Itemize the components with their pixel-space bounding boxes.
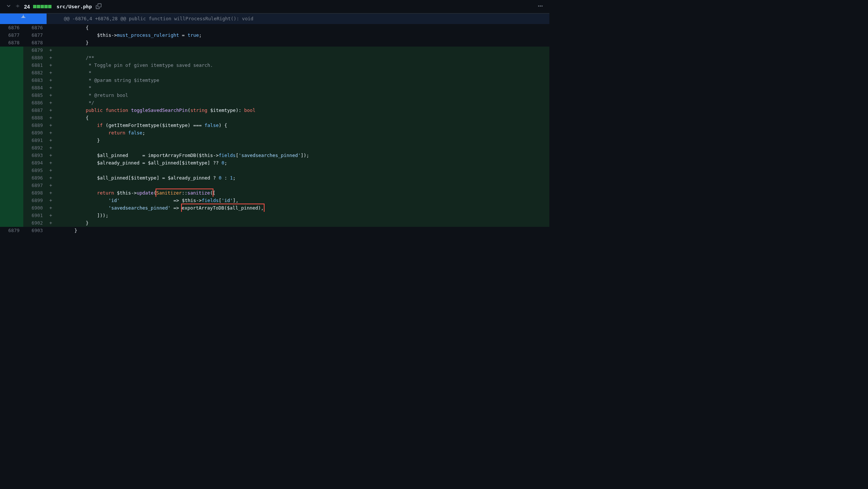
line-number-old[interactable] bbox=[0, 219, 23, 227]
diff-marker: + bbox=[47, 197, 55, 204]
expand-hunk-button[interactable] bbox=[0, 14, 47, 24]
diff-marker: + bbox=[47, 77, 55, 84]
code-line: 6902+ } bbox=[0, 219, 549, 227]
diff-marker: + bbox=[47, 144, 55, 152]
line-number-old[interactable] bbox=[0, 197, 23, 204]
line-number-old[interactable] bbox=[0, 204, 23, 212]
line-number-old[interactable] bbox=[0, 99, 23, 107]
code-line: 6888+ { bbox=[0, 114, 549, 122]
line-number-new[interactable]: 6879 bbox=[23, 47, 47, 54]
line-number-new[interactable]: 6888 bbox=[23, 114, 47, 122]
diff-marker: + bbox=[47, 62, 55, 69]
line-number-new[interactable]: 6882 bbox=[23, 69, 47, 77]
chevron-down-icon[interactable] bbox=[6, 3, 11, 10]
highlight-annotation: exportArrayToDB($all_pinned), bbox=[181, 204, 265, 213]
diff-marker: + bbox=[47, 122, 55, 129]
line-number-old[interactable]: 6876 bbox=[0, 24, 23, 32]
line-number-new[interactable]: 6895 bbox=[23, 167, 47, 174]
line-number-new[interactable]: 6893 bbox=[23, 152, 47, 159]
line-number-old[interactable] bbox=[0, 77, 23, 84]
code-line: 6898+ return $this->update(Sanitizer::sa… bbox=[0, 189, 549, 197]
line-number-old[interactable]: 6878 bbox=[0, 39, 23, 47]
line-number-old[interactable] bbox=[0, 69, 23, 77]
diff-marker: + bbox=[47, 107, 55, 114]
code-content: $all_pinned[$itemtype] = $already_pinned… bbox=[55, 174, 549, 182]
line-number-old[interactable] bbox=[0, 84, 23, 92]
line-number-new[interactable]: 6878 bbox=[23, 39, 47, 47]
line-number-old[interactable] bbox=[0, 174, 23, 182]
expand-all-icon[interactable] bbox=[15, 3, 20, 10]
diff-marker bbox=[47, 39, 55, 47]
line-number-old[interactable] bbox=[0, 137, 23, 144]
hunk-header-text: @@ -6876,4 +6876,28 @@ public function w… bbox=[55, 14, 549, 24]
code-content: } bbox=[55, 227, 549, 234]
line-number-old[interactable] bbox=[0, 129, 23, 137]
line-number-old[interactable] bbox=[0, 144, 23, 152]
line-number-new[interactable]: 6899 bbox=[23, 197, 47, 204]
code-line: 6893+ $all_pinned = importArrayFromDB($t… bbox=[0, 152, 549, 159]
line-number-new[interactable]: 6883 bbox=[23, 77, 47, 84]
diff-marker: + bbox=[47, 137, 55, 144]
line-number-old[interactable] bbox=[0, 212, 23, 219]
line-number-new[interactable]: 6877 bbox=[23, 32, 47, 39]
diff-marker bbox=[47, 24, 55, 32]
file-path[interactable]: src/User.php bbox=[57, 4, 92, 9]
line-number-new[interactable]: 6886 bbox=[23, 99, 47, 107]
line-number-new[interactable]: 6896 bbox=[23, 174, 47, 182]
code-content: ])); bbox=[55, 212, 549, 219]
kebab-menu-icon[interactable] bbox=[537, 3, 543, 10]
code-content bbox=[55, 144, 549, 152]
line-number-old[interactable] bbox=[0, 107, 23, 114]
line-number-new[interactable]: 6884 bbox=[23, 84, 47, 92]
line-number-new[interactable]: 6902 bbox=[23, 219, 47, 227]
line-number-new[interactable]: 6880 bbox=[23, 54, 47, 62]
line-number-new[interactable]: 6887 bbox=[23, 107, 47, 114]
line-number-old[interactable] bbox=[0, 62, 23, 69]
line-number-old[interactable]: 6879 bbox=[0, 227, 23, 234]
line-number-old[interactable] bbox=[0, 167, 23, 174]
line-number-old[interactable] bbox=[0, 189, 23, 197]
line-number-old[interactable] bbox=[0, 92, 23, 99]
code-content: 'savedsearches_pinned' => exportArrayToD… bbox=[55, 204, 549, 212]
line-number-old[interactable] bbox=[0, 152, 23, 159]
code-line: 6890+ return false; bbox=[0, 129, 549, 137]
line-number-new[interactable]: 6894 bbox=[23, 159, 47, 167]
code-line: 6881+ * Toggle pin of given itemtype sav… bbox=[0, 62, 549, 69]
line-number-new[interactable]: 6890 bbox=[23, 129, 47, 137]
diff-marker bbox=[47, 32, 55, 39]
line-number-old[interactable] bbox=[0, 182, 23, 189]
line-number-new[interactable]: 6903 bbox=[23, 227, 47, 234]
diff-marker: + bbox=[47, 174, 55, 182]
code-line: 6882+ * bbox=[0, 69, 549, 77]
code-content: public function toggleSavedSearchPin(str… bbox=[55, 107, 549, 114]
code-line: 6897+ bbox=[0, 182, 549, 189]
code-line: 6895+ bbox=[0, 167, 549, 174]
line-number-new[interactable]: 6900 bbox=[23, 204, 47, 212]
line-number-new[interactable]: 6897 bbox=[23, 182, 47, 189]
line-number-new[interactable]: 6889 bbox=[23, 122, 47, 129]
code-line: 6885+ * @return bool bbox=[0, 92, 549, 99]
line-number-new[interactable]: 6901 bbox=[23, 212, 47, 219]
code-line: 6879+ bbox=[0, 47, 549, 54]
line-number-new[interactable]: 6885 bbox=[23, 92, 47, 99]
code-content bbox=[55, 182, 549, 189]
line-number-old[interactable] bbox=[0, 114, 23, 122]
line-number-new[interactable]: 6898 bbox=[23, 189, 47, 197]
line-number-new[interactable]: 6881 bbox=[23, 62, 47, 69]
line-number-old[interactable] bbox=[0, 122, 23, 129]
copy-icon[interactable] bbox=[96, 3, 101, 10]
code-content: $all_pinned = importArrayFromDB($this->f… bbox=[55, 152, 549, 159]
change-count: 24 bbox=[24, 4, 30, 10]
line-number-new[interactable]: 6891 bbox=[23, 137, 47, 144]
line-number-old[interactable] bbox=[0, 47, 23, 54]
line-number-old[interactable]: 6877 bbox=[0, 32, 23, 39]
code-content: * @param string $itemtype bbox=[55, 77, 549, 84]
line-number-old[interactable] bbox=[0, 159, 23, 167]
diff-marker: + bbox=[47, 167, 55, 174]
line-number-new[interactable]: 6876 bbox=[23, 24, 47, 32]
line-number-new[interactable]: 6892 bbox=[23, 144, 47, 152]
line-number-old[interactable] bbox=[0, 54, 23, 62]
code-line: 6894+ $already_pinned = $all_pinned[$ite… bbox=[0, 159, 549, 167]
diff-marker: + bbox=[47, 152, 55, 159]
code-line: 6880+ /** bbox=[0, 54, 549, 62]
